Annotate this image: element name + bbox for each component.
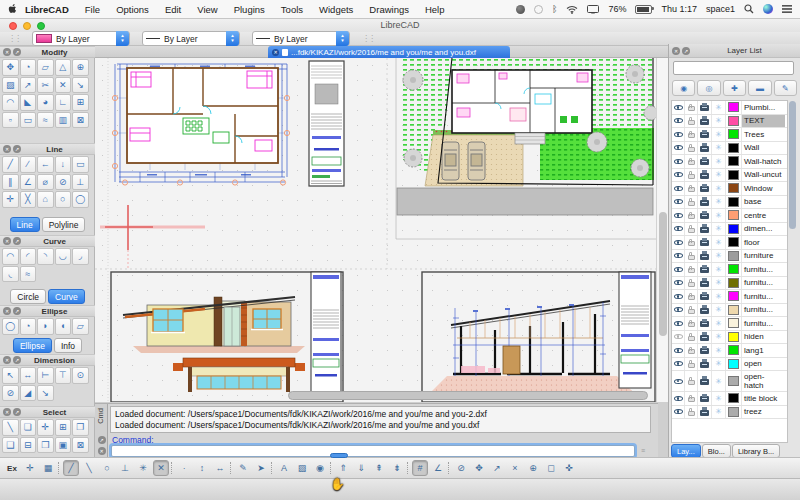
tool-icon[interactable]: ◗ xyxy=(37,318,54,335)
visibility-eye-icon[interactable] xyxy=(674,117,683,124)
measure-clear[interactable]: × xyxy=(507,460,523,476)
tool-icon[interactable]: ⊠ xyxy=(72,112,89,129)
tool-icon[interactable]: ∠ xyxy=(20,174,37,191)
tool-icon[interactable]: ▱ xyxy=(72,318,89,335)
close-icon[interactable]: ✕ xyxy=(3,307,11,315)
layer-color-swatch[interactable] xyxy=(728,345,739,355)
lock-icon[interactable] xyxy=(688,282,695,287)
print-icon[interactable] xyxy=(700,213,709,219)
lock-icon[interactable] xyxy=(688,380,695,385)
remove-layer-button[interactable]: ▬ xyxy=(748,80,771,96)
tool-icon[interactable]: ◯ xyxy=(2,318,19,335)
layer-name[interactable]: furnitu... xyxy=(742,277,785,290)
lock-icon[interactable] xyxy=(688,363,695,368)
tool-icon[interactable]: ↘ xyxy=(72,77,89,94)
print-icon[interactable] xyxy=(700,396,709,402)
menu-item[interactable]: Plugins xyxy=(226,4,273,15)
notification-center-icon[interactable] xyxy=(782,5,792,13)
print-icon[interactable] xyxy=(700,379,709,385)
tool-icon[interactable]: ▱ xyxy=(37,59,54,76)
print-icon[interactable] xyxy=(700,119,709,125)
modify-layer-button[interactable]: ✎ xyxy=(774,80,797,96)
construction-icon[interactable]: ✳ xyxy=(715,251,722,260)
visibility-eye-icon[interactable] xyxy=(674,279,683,286)
tool-icon[interactable]: ⊞ xyxy=(55,419,72,436)
layer-name[interactable]: hiden xyxy=(742,331,785,344)
visibility-eye-icon[interactable] xyxy=(674,293,683,300)
restrict-vertical[interactable]: ↕ xyxy=(194,460,210,476)
layer-color-swatch[interactable] xyxy=(728,264,739,274)
lock-icon[interactable] xyxy=(688,349,695,354)
layer-row[interactable]: ✳ furniture xyxy=(672,250,787,264)
tool-icon[interactable]: ◠ xyxy=(2,248,19,265)
tool-icon[interactable]: ≈ xyxy=(20,266,37,283)
apple-logo-icon[interactable] xyxy=(8,4,17,15)
defreeze-all-layers-button[interactable]: ◉ xyxy=(672,80,695,96)
tab-chip[interactable]: Polyline xyxy=(42,217,86,232)
tool-icon[interactable]: ⊙ xyxy=(72,367,89,384)
snap-free[interactable]: ✛ xyxy=(22,460,38,476)
snap-center[interactable]: ○ xyxy=(99,460,115,476)
print-icon[interactable] xyxy=(700,200,709,206)
measure-angle[interactable]: ↗ xyxy=(489,460,505,476)
tool-icon[interactable]: ∥ xyxy=(2,174,19,191)
layer-color-swatch[interactable] xyxy=(728,197,739,207)
construction-icon[interactable]: ✳ xyxy=(715,407,722,416)
pen-apply[interactable]: ➤ xyxy=(253,460,269,476)
visibility-eye-icon[interactable] xyxy=(674,252,683,259)
image-tool[interactable]: ◉ xyxy=(312,460,328,476)
tab-chip[interactable]: Ellipse xyxy=(13,338,52,353)
tool-icon[interactable]: △ xyxy=(55,59,72,76)
zoom-selection[interactable]: ◻ xyxy=(543,460,559,476)
float-icon[interactable]: ↗ xyxy=(13,145,21,153)
layer-name[interactable]: title block xyxy=(742,392,785,405)
lock-icon[interactable] xyxy=(688,241,695,246)
tool-icon[interactable]: ▫ xyxy=(2,112,19,129)
print-icon[interactable] xyxy=(700,281,709,287)
visibility-eye-icon[interactable] xyxy=(674,158,683,165)
close-icon[interactable]: ✕ xyxy=(3,48,11,56)
tool-icon[interactable]: ✥ xyxy=(2,59,19,76)
construction-icon[interactable]: ✳ xyxy=(715,238,722,247)
layer-row[interactable]: ✳ title block xyxy=(672,392,787,406)
print-icon[interactable] xyxy=(700,105,709,111)
construction-icon[interactable]: ✳ xyxy=(715,377,722,386)
tool-icon[interactable]: ↓ xyxy=(55,156,72,173)
construction-icon[interactable]: ✳ xyxy=(715,130,722,139)
close-icon[interactable]: ✕ xyxy=(98,447,106,455)
chevron-updown-icon[interactable]: ▲▼ xyxy=(336,31,349,46)
construction-icon[interactable]: ✳ xyxy=(715,332,722,341)
snap-on-entity[interactable]: ╲ xyxy=(81,460,97,476)
layer-name[interactable]: Wall-uncut xyxy=(742,169,785,182)
dock-tab[interactable]: Lay... xyxy=(671,444,701,458)
close-window-button[interactable] xyxy=(9,22,17,30)
tool-icon[interactable]: ⊤ xyxy=(55,367,72,384)
menu-item[interactable]: File xyxy=(77,4,108,15)
tool-icon[interactable]: ✂ xyxy=(37,77,54,94)
layer-row[interactable]: ✳ furnitu... xyxy=(672,277,787,291)
layer-row[interactable]: ✳ Wall-uncut xyxy=(672,169,787,183)
dock-tab[interactable]: Library B... xyxy=(732,444,780,458)
tool-icon[interactable]: ❒ xyxy=(37,437,54,454)
tool-icon[interactable]: ◣ xyxy=(20,94,37,111)
close-icon[interactable]: ✕ xyxy=(672,47,680,55)
layer-name[interactable]: furnitu... xyxy=(742,290,785,303)
layer-row[interactable]: ✳ TEXT xyxy=(672,115,787,129)
tool-icon[interactable]: ▣ xyxy=(55,437,72,454)
visibility-eye-icon[interactable] xyxy=(674,225,683,232)
zoom-pointer[interactable]: ✜ xyxy=(561,460,577,476)
menu-item[interactable]: LibreCAD xyxy=(17,4,77,15)
print-icon[interactable] xyxy=(700,321,709,327)
toolbar-handle[interactable]: ⋮⋮ xyxy=(362,34,374,43)
tab-chip[interactable]: Info xyxy=(54,338,82,353)
layer-name[interactable]: Wall-hatch xyxy=(742,155,785,168)
lock-icon[interactable] xyxy=(688,255,695,260)
layer-color-swatch[interactable] xyxy=(728,332,739,342)
layer-name[interactable]: treez xyxy=(742,406,785,419)
lock-icon[interactable] xyxy=(688,106,695,111)
print-icon[interactable] xyxy=(700,132,709,138)
lock-icon[interactable] xyxy=(688,268,695,273)
tab-chip[interactable]: Curve xyxy=(48,289,85,304)
print-icon[interactable] xyxy=(700,348,709,354)
lock-icon[interactable] xyxy=(688,120,695,125)
